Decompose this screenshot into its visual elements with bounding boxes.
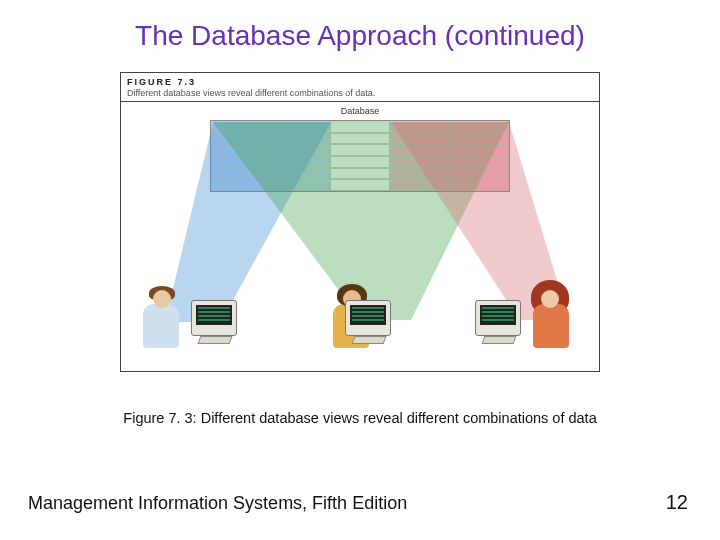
keyboard-icon	[198, 336, 233, 344]
figure-label: FIGURE 7.3	[127, 77, 593, 87]
diagram-area: Database	[121, 102, 599, 372]
monitor-icon	[191, 300, 237, 336]
monitor-icon	[475, 300, 521, 336]
figure-header: FIGURE 7.3 Different database views reve…	[121, 73, 599, 102]
footer-book-title: Management Information Systems, Fifth Ed…	[28, 493, 407, 514]
figure-subtitle: Different database views reveal differen…	[127, 88, 593, 98]
figure-caption: Figure 7. 3: Different database views re…	[0, 410, 720, 426]
user-right	[473, 276, 593, 366]
keyboard-icon	[352, 336, 387, 344]
user-left	[127, 276, 247, 366]
user-middle	[303, 276, 423, 366]
monitor-icon	[345, 300, 391, 336]
figure-box: FIGURE 7.3 Different database views reve…	[120, 72, 600, 372]
keyboard-icon	[482, 336, 517, 344]
page-number: 12	[666, 491, 688, 514]
slide-title: The Database Approach (continued)	[0, 0, 720, 62]
